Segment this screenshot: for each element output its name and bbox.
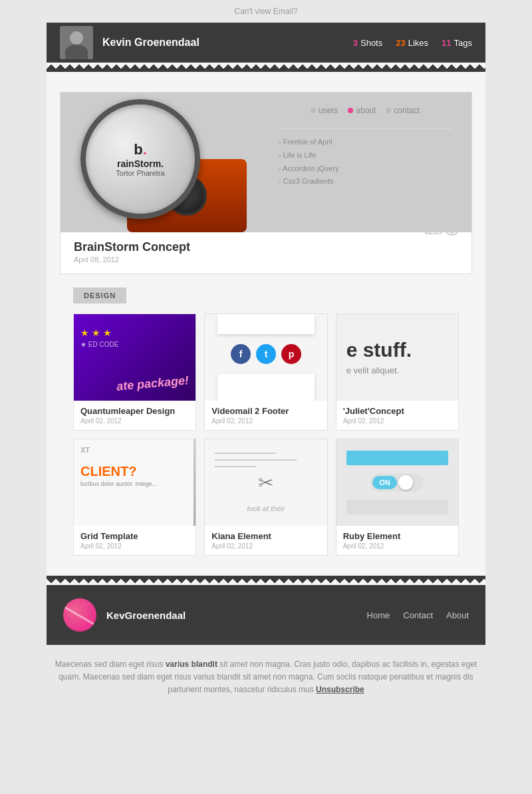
facebook-icon: f <box>231 344 251 364</box>
eye-icon <box>446 228 458 236</box>
avatar <box>60 26 93 59</box>
shot-item-kiana[interactable]: ✂ look at their Kiana Element April 02, … <box>204 439 327 556</box>
email-header: Kevin Groenendaal 3 Shots 23 Likes 11 Ta… <box>47 23 485 63</box>
shot-title-videomail: Videomail 2 Footer <box>211 406 320 416</box>
shot-item-ruby[interactable]: ON Ruby Element April 02, 2012 <box>336 439 459 556</box>
shot-date-quantumleaper: April 02, 2012 <box>80 417 189 425</box>
zigzag-divider-bottom <box>47 576 485 585</box>
design-badge: DESIGN <box>73 288 126 303</box>
bottom-text: Maecenas sed diam eget risus varius blan… <box>0 645 532 710</box>
shot-date-juliet: April 02, 2012 <box>343 417 452 425</box>
shot-date-kiana: April 02, 2012 <box>211 542 320 550</box>
zigzag-divider-top <box>47 63 485 72</box>
likes-label: Likes <box>408 38 428 48</box>
footer-nav-about[interactable]: About <box>446 610 469 620</box>
shot-date-grid: April 02, 2012 <box>80 542 189 550</box>
featured-date: April 08, 2012 <box>74 256 458 264</box>
unsubscribe-link[interactable]: Unsubscribe <box>316 685 364 694</box>
shot-date-ruby: April 02, 2012 <box>343 542 452 550</box>
cant-view-bar: Can't view Email? <box>0 0 532 23</box>
ruby-bottom-bar <box>346 500 448 514</box>
featured-title: BrainStorm Concept <box>74 240 458 254</box>
email-footer: KevGroenendaal Home Contact About <box>47 585 485 645</box>
twitter-icon: t <box>256 344 276 364</box>
brainstorm-right-panel: users about contact - Freebie of April -… <box>279 106 452 188</box>
header-stats: 3 Shots 23 Likes 11 Tags <box>353 38 472 48</box>
tags-count: 11 <box>442 38 451 48</box>
design-label: DESIGN <box>73 288 459 303</box>
shots-label: Shots <box>360 38 382 48</box>
footer-username: KevGroenendaal <box>106 610 367 621</box>
shots-stat: 3 Shots <box>353 38 382 48</box>
pinterest-icon: p <box>281 344 301 364</box>
brainstorm-circle: b. rainStorm. Tortor Pharetra <box>80 99 200 219</box>
main-content: b. rainStorm. Tortor Pharetra Camera use… <box>47 72 485 576</box>
brainstorm-name-icon: . <box>143 141 147 158</box>
featured-shot[interactable]: b. rainStorm. Tortor Pharetra Camera use… <box>60 92 472 274</box>
shot-title-ruby: Ruby Element <box>343 531 452 541</box>
email-wrapper: Kevin Groenendaal 3 Shots 23 Likes 11 Ta… <box>47 23 485 645</box>
shot-grid-row1: ★ ED CODE ate package! Quantumleaper Des… <box>73 313 459 431</box>
user-name: Kevin Groenendaal <box>102 37 353 49</box>
ruby-bar <box>346 451 448 465</box>
shot-item-videomail[interactable]: f t p Videomail 2 Footer April 02, 2012 <box>204 313 327 431</box>
shots-count: 3 <box>353 38 358 48</box>
footer-nav-contact[interactable]: Contact <box>403 610 433 620</box>
shot-item-juliet[interactable]: e stuff. e velit aliquet. 'Juliet'Concep… <box>336 313 459 431</box>
shot-title-kiana: Kiana Element <box>211 531 320 541</box>
ruby-toggle: ON <box>370 473 424 492</box>
shot-title-juliet: 'Juliet'Concept <box>343 406 452 416</box>
tags-label: Tags <box>454 38 472 48</box>
shot-grid-row2: XT CLIENT? lucibus dolor auctor. Intege.… <box>73 439 459 556</box>
shot-item-quantumleaper[interactable]: ★ ED CODE ate package! Quantumleaper Des… <box>73 313 196 431</box>
footer-nav: Home Contact About <box>367 610 469 620</box>
scissors-icon: ✂ <box>258 472 273 494</box>
likes-stat: 23 Likes <box>396 38 428 48</box>
shot-title-quantumleaper: Quantumleaper Design <box>80 406 189 416</box>
tags-stat: 11 Tags <box>442 38 472 48</box>
shot-title-grid: Grid Template <box>80 531 189 541</box>
likes-count: 23 <box>396 38 405 48</box>
shot-item-grid[interactable]: XT CLIENT? lucibus dolor auctor. Intege.… <box>73 439 196 556</box>
shot-date-videomail: April 02, 2012 <box>211 417 320 425</box>
dribbble-logo <box>63 598 96 632</box>
kiana-look-text: look at their <box>205 504 327 512</box>
featured-image: b. rainStorm. Tortor Pharetra Camera use… <box>61 93 471 232</box>
footer-nav-home[interactable]: Home <box>367 610 390 620</box>
